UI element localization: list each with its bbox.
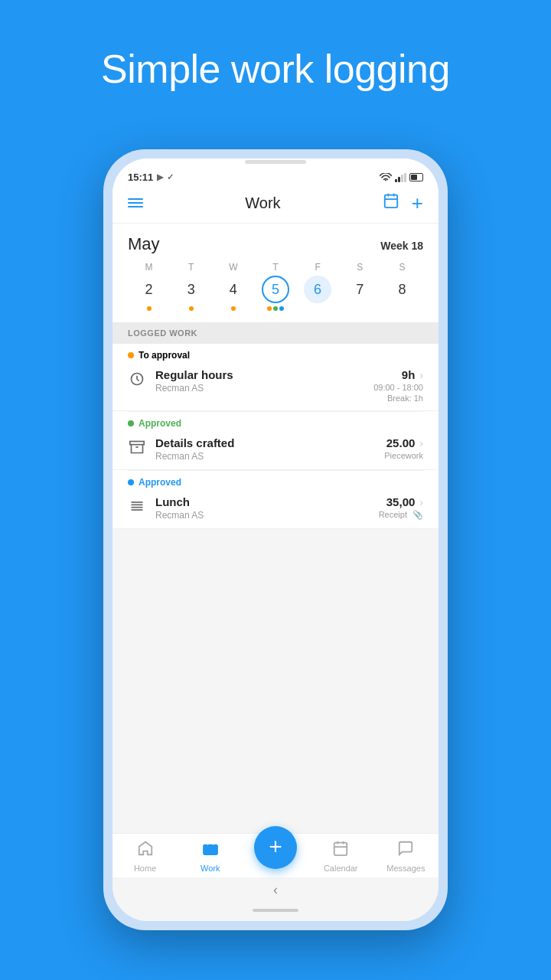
day-num-thu[interactable]: 5 <box>262 276 289 303</box>
work-title-lunch: Lunch <box>155 495 370 508</box>
calendar-section: May Week 18 M 2 <box>112 224 439 322</box>
day-name-mon: M <box>145 262 153 273</box>
calendar-day-tue[interactable]: T 3 <box>174 262 208 312</box>
nav-messages-label: Messages <box>386 864 425 873</box>
work-items-list: To approval Regular hours <box>112 344 439 529</box>
svg-rect-11 <box>204 844 217 854</box>
dot-orange <box>147 306 152 311</box>
dot-orange <box>267 306 272 311</box>
amount-value-regular: 9h <box>402 368 416 381</box>
hero-title: Simple work logging <box>0 46 551 92</box>
work-item-lunch[interactable]: Approved <box>112 471 439 529</box>
work-item-piecework[interactable]: Approved Details craft <box>112 412 439 470</box>
nav-messages[interactable]: Messages <box>373 840 439 873</box>
work-company-lunch: Recman AS <box>155 510 370 521</box>
messages-icon <box>397 840 414 861</box>
status-left: 15:11 ▶ ✓ <box>128 172 174 183</box>
work-details-lunch: Lunch Recman AS <box>155 495 370 521</box>
day-num-tue[interactable]: 3 <box>178 276 205 303</box>
calendar-day-sat[interactable]: S 7 <box>343 262 377 312</box>
notch-area <box>112 158 439 165</box>
day-num-wed[interactable]: 4 <box>220 276 247 303</box>
chevron-right-icon: › <box>419 496 423 508</box>
status-text-approval: To approval <box>139 350 190 361</box>
home-icon <box>137 840 154 861</box>
work-title-regular: Regular hours <box>155 368 364 381</box>
fab-plus-icon: + <box>269 835 282 858</box>
svg-rect-5 <box>130 442 144 445</box>
work-details-piecework: Details crafted Recman AS <box>155 436 375 462</box>
day-dots-tue <box>189 305 194 312</box>
work-row-regular[interactable]: Regular hours Recman AS 9h › 09:00 - 18:… <box>112 362 439 410</box>
gesture-pill <box>253 909 298 912</box>
chevron-right-icon: › <box>419 437 423 449</box>
hamburger-line <box>128 206 143 207</box>
week-label: Week 18 <box>380 240 423 252</box>
work-details-regular: Regular hours Recman AS <box>155 368 364 394</box>
notch-bar <box>245 160 306 164</box>
amount-sub1-lunch: Receipt 📎 <box>379 510 423 520</box>
nav-home-label: Home <box>134 864 156 873</box>
status-dot-green <box>128 420 134 426</box>
shield-icon: ✓ <box>167 172 174 182</box>
day-name-tue: T <box>188 262 194 273</box>
battery-icon <box>409 173 423 181</box>
phone-screen: 15:11 ▶ ✓ <box>112 158 439 921</box>
work-row-piecework[interactable]: Details crafted Recman AS 25.00 › Piecew… <box>112 430 439 469</box>
nav-home[interactable]: Home <box>112 840 178 873</box>
work-title-piecework: Details crafted <box>155 436 375 449</box>
back-chevron[interactable]: ‹ <box>273 882 278 898</box>
calendar-day-mon[interactable]: M 2 <box>132 262 166 312</box>
wifi-icon <box>380 173 392 182</box>
hamburger-line <box>128 202 143 204</box>
calendar-day-wed[interactable]: W 4 <box>217 262 250 312</box>
calendar-nav-icon <box>332 840 349 861</box>
dot-green <box>273 306 278 311</box>
day-name-sun: S <box>399 262 405 273</box>
work-company-regular: Recman AS <box>155 383 364 394</box>
day-name-wed: W <box>229 262 237 273</box>
status-text-approved2: Approved <box>139 477 181 488</box>
add-button[interactable]: + <box>412 193 423 213</box>
nav-work-label: Work <box>201 864 220 873</box>
app-bar: Work + <box>112 186 439 224</box>
gesture-bar <box>112 903 439 921</box>
nav-work[interactable]: Work <box>178 840 243 873</box>
day-dots-mon <box>147 305 152 312</box>
chevron-right-icon: › <box>419 369 423 381</box>
amount-sub2-regular: Break: 1h <box>387 394 423 403</box>
svg-rect-0 <box>385 195 398 207</box>
calendar-day-thu[interactable]: T 5 <box>259 262 292 312</box>
phone-frame: 15:11 ▶ ✓ <box>103 149 448 930</box>
work-amount-piecework: 25.00 › Piecework <box>384 436 423 460</box>
calendar-header: May Week 18 <box>128 234 423 254</box>
status-label-approved1: Approved <box>112 412 439 430</box>
work-item-regular[interactable]: To approval Regular hours <box>112 344 439 411</box>
status-right <box>380 173 423 182</box>
dot-orange <box>189 306 194 311</box>
app-title: Work <box>245 194 280 212</box>
app-bar-actions: + <box>383 192 423 214</box>
work-row-lunch[interactable]: Lunch Recman AS 35,00 › Receipt <box>112 489 439 528</box>
day-num-mon[interactable]: 2 <box>135 276 163 303</box>
amount-sub1-piecework: Piecework <box>384 451 423 460</box>
calendar-day-fri[interactable]: F 6 <box>301 262 334 312</box>
box-icon <box>128 438 146 456</box>
dot-orange <box>231 306 236 311</box>
status-bar: 15:11 ▶ ✓ <box>112 165 439 186</box>
logged-work-header: LOGGED WORK <box>112 322 439 344</box>
calendar-icon[interactable] <box>383 192 399 214</box>
nav-calendar[interactable]: Calendar <box>308 840 373 873</box>
bottom-nav: Home Work + <box>112 833 439 877</box>
status-label-approval: To approval <box>112 344 439 362</box>
clock-icon <box>128 370 146 388</box>
day-num-sun[interactable]: 8 <box>388 276 416 303</box>
hamburger-menu-button[interactable] <box>128 198 143 207</box>
calendar-day-sun[interactable]: S 8 <box>385 262 419 312</box>
fab-add-button[interactable]: + <box>254 826 297 869</box>
day-num-fri[interactable]: 6 <box>304 276 331 303</box>
day-num-sat[interactable]: 7 <box>346 276 373 303</box>
nav-calendar-label: Calendar <box>324 864 358 873</box>
month-label: May <box>128 234 160 254</box>
media-play-icon: ▶ <box>157 172 163 182</box>
